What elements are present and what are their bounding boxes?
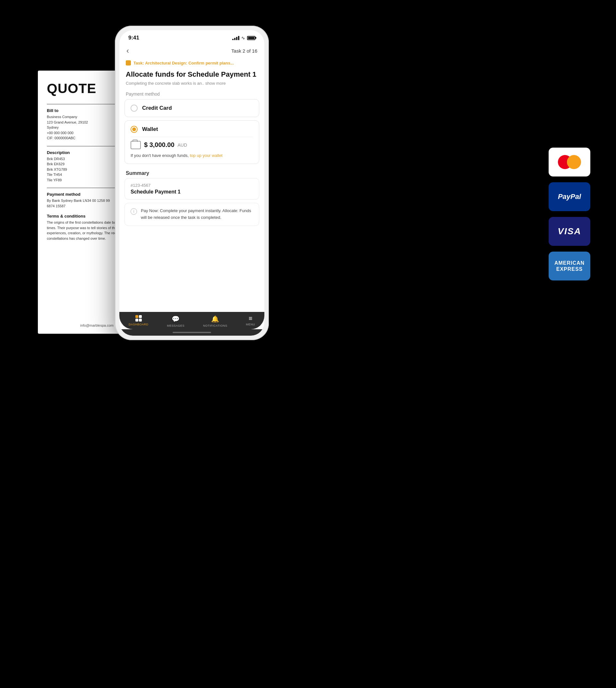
visa-card: VISA (549, 217, 590, 246)
wifi-icon: ∿ (241, 35, 245, 40)
task-name: Architectural Design: Confirm permit pla… (145, 61, 234, 65)
status-bar: 9:41 ∿ (119, 30, 264, 43)
main-heading: Allocate funds for Schedule Payment 1 (119, 69, 264, 81)
phone-screen: 9:41 ∿ ‹ (119, 30, 264, 336)
paypal-logo: PayPal (558, 193, 581, 201)
info-text: Pay Now: Complete your payment instantly… (141, 208, 253, 221)
paypal-card: PayPal (549, 182, 590, 211)
credit-card-label: Credit Card (142, 105, 172, 111)
phone-frame: 9:41 ∿ ‹ (115, 26, 269, 340)
wallet-notice-text: If you don't have enough funds, (131, 153, 190, 158)
nav-item-dashboard[interactable]: DASHBOARD (129, 315, 149, 326)
home-bar (173, 332, 211, 333)
status-icons: ∿ (232, 35, 256, 40)
battery-icon (247, 36, 256, 40)
dashboard-icon (135, 315, 142, 322)
wallet-icon (131, 141, 141, 149)
nav-item-messages[interactable]: 💬 MESSAGES (167, 315, 185, 327)
amex-logo: AMERICANEXPRESS (554, 260, 585, 272)
nav-item-menu[interactable]: ≡ MENU (246, 315, 255, 326)
dashboard-label: DASHBOARD (129, 323, 149, 326)
notifications-label: NOTIFICATIONS (203, 324, 227, 327)
back-button[interactable]: ‹ (126, 46, 129, 55)
credit-card-option[interactable]: Credit Card (125, 99, 259, 117)
task-type-icon (126, 60, 131, 65)
home-indicator (119, 329, 264, 336)
info-block: i Pay Now: Complete your payment instant… (125, 203, 259, 226)
wallet-radio-selected (132, 127, 136, 131)
wallet-label: Wallet (142, 126, 158, 132)
wallet-amount: $ 3,000.00 (144, 141, 175, 149)
top-up-link[interactable]: top up your wallet (190, 153, 223, 158)
wallet-notice: If you don't have enough funds, top up y… (131, 152, 253, 159)
menu-icon: ≡ (249, 315, 252, 322)
app-content[interactable]: ‹ Task 2 of 16 Task: Architectural Desig… (119, 43, 264, 312)
visa-logo: VISA (557, 226, 581, 236)
info-icon: i (131, 208, 137, 215)
amex-card: AMERICANEXPRESS (549, 252, 590, 280)
payment-cards-panel: PayPal VISA AMERICANEXPRESS (549, 148, 590, 280)
menu-label: MENU (246, 323, 255, 326)
notifications-icon: 🔔 (211, 315, 219, 323)
task-prefix: Task: (133, 61, 145, 65)
nav-item-notifications[interactable]: 🔔 NOTIFICATIONS (203, 315, 227, 327)
nav-header: ‹ Task 2 of 16 (119, 43, 264, 57)
wallet-radio[interactable] (131, 126, 138, 133)
payment-section-label: Payment method (119, 89, 264, 99)
wallet-option[interactable]: Wallet $ 3,000.00 AUD If you don't have … (125, 120, 259, 164)
messages-icon: 💬 (172, 315, 180, 323)
messages-label: MESSAGES (167, 324, 185, 327)
show-more-link[interactable]: show more (205, 81, 226, 86)
status-time: 9:41 (128, 35, 139, 41)
task-banner: Task: Architectural Design: Confirm perm… (119, 57, 264, 69)
summary-label: Summary (119, 167, 264, 178)
mastercard-logo (558, 155, 581, 169)
wallet-details: $ 3,000.00 AUD If you don't have enough … (131, 137, 253, 159)
mc-orange-circle (567, 155, 581, 169)
wallet-currency: AUD (178, 143, 188, 148)
main-description: Completing the concrete slab works is an… (119, 81, 264, 89)
signal-icon (232, 36, 239, 40)
summary-payment-id: #123-4567 (131, 183, 253, 188)
phone-container: 9:41 ∿ ‹ (115, 26, 269, 340)
summary-card: #123-4567 Schedule Payment 1 (125, 178, 259, 200)
mastercard-card (549, 148, 590, 176)
bottom-nav: DASHBOARD 💬 MESSAGES 🔔 NOTIFICATIONS ≡ M… (119, 312, 264, 329)
summary-payment-name: Schedule Payment 1 (131, 189, 253, 195)
description-text: Completing the concrete slab works is an… (126, 81, 204, 86)
task-banner-text: Task: Architectural Design: Confirm perm… (133, 61, 234, 65)
task-position-label: Task 2 of 16 (231, 48, 257, 53)
credit-card-radio[interactable] (131, 105, 138, 112)
